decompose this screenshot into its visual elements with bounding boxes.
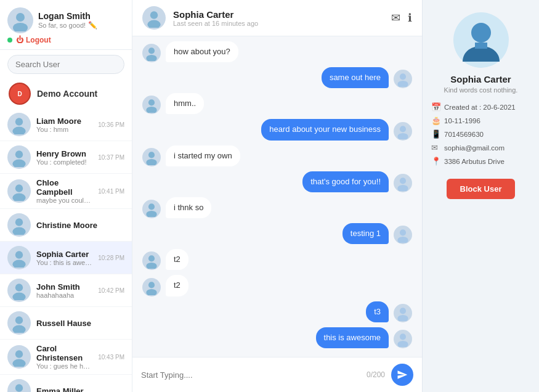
message-bubble: this is awesome	[316, 327, 389, 348]
svg-point-8	[15, 218, 23, 226]
svg-point-35	[146, 55, 156, 61]
sidebar: Logan Smith So far, so good! ✏️ ⏻ Logout…	[0, 0, 132, 392]
chat-list-item[interactable]: Emma Miller	[0, 375, 132, 392]
message-row: that's good for you!!	[142, 171, 412, 192]
chat-item-avatar	[7, 311, 31, 335]
chat-list-item[interactable]: Christine Moore	[0, 209, 132, 242]
svg-point-13	[12, 293, 25, 300]
svg-point-49	[397, 237, 408, 243]
chat-item-time: 10:43 PM	[98, 354, 124, 361]
svg-point-39	[146, 107, 156, 113]
message-bubble: that's good for you!!	[302, 171, 389, 192]
svg-point-4	[15, 150, 23, 158]
message-avatar	[394, 226, 412, 244]
chat-item-name: Emma Miller	[36, 386, 124, 393]
message-bubble: t2	[166, 249, 188, 270]
chat-item-name: Liam Moore	[36, 116, 92, 126]
chat-list-item[interactable]: John Smith haahahaaha 10:42 PM	[0, 274, 132, 307]
message-bubble: hmm..	[166, 93, 204, 114]
profile-phone: 📱 7014569630	[431, 129, 530, 139]
message-avatar	[142, 278, 161, 296]
message-row: testing 1	[142, 223, 412, 244]
chat-header-avatar	[142, 6, 166, 30]
chat-item-name: Carol Christensen	[36, 344, 92, 362]
online-dot	[7, 38, 12, 43]
chat-list-item[interactable]: Henry Brown You : completed! 10:37 PM	[0, 141, 132, 174]
chat-list-item[interactable]: Chloe Campbell maybe you could join... 1…	[0, 174, 132, 209]
message-input[interactable]	[141, 370, 360, 380]
demo-account-item[interactable]: D Demo Account	[0, 79, 132, 108]
chat-item-preview: haahahaaha	[36, 292, 92, 299]
message-bubble: i thnk so	[166, 197, 211, 218]
search-input[interactable]	[7, 55, 124, 74]
block-user-button[interactable]: Block User	[447, 179, 516, 199]
svg-point-25	[147, 20, 160, 28]
info-icon[interactable]: ℹ	[408, 11, 412, 25]
chat-item-name: Henry Brown	[36, 149, 92, 158]
chat-list-item[interactable]: Carol Christensen You : gues he had a ..…	[0, 340, 132, 375]
svg-point-52	[148, 282, 155, 288]
chat-item-details: Carol Christensen You : gues he had a ..…	[36, 344, 92, 370]
message-bubble: t2	[166, 275, 188, 296]
chat-header-lastseen: Last seen at 16 minutes ago	[173, 20, 384, 27]
chat-item-name: Chloe Campbell	[36, 178, 92, 197]
message-avatar	[142, 200, 161, 218]
chat-item-avatar	[7, 279, 31, 302]
svg-point-3	[12, 127, 25, 134]
mail-icon[interactable]: ✉	[391, 11, 400, 25]
profile-dob: 🎂 10-11-1996	[431, 116, 530, 125]
logout-button[interactable]: ⏻ Logout	[7, 36, 124, 44]
chat-item-name: Sophia Carter	[36, 250, 92, 259]
svg-point-56	[400, 333, 406, 340]
svg-point-57	[397, 341, 408, 347]
user-avatar	[7, 7, 33, 33]
chat-item-details: Russell Hause	[36, 319, 124, 328]
message-row: heard about your new business	[142, 119, 412, 140]
svg-point-6	[15, 184, 23, 192]
message-row: i started my own	[142, 145, 412, 166]
chat-item-preview: maybe you could join...	[36, 197, 92, 204]
chat-item-details: John Smith haahahaaha	[36, 282, 92, 299]
chat-header-name: Sophia Carter	[173, 9, 384, 20]
phone-icon: 📱	[431, 129, 441, 139]
chat-list: Liam Moore You : hmm 10:36 PM Henry Brow…	[0, 108, 132, 392]
message-avatar	[394, 70, 412, 88]
message-avatar	[394, 174, 412, 192]
message-bubble: same out here	[322, 67, 389, 88]
chat-input-area: 0/200	[132, 357, 422, 392]
profile-email: ✉ sophia@gmail.com	[431, 143, 530, 152]
chat-list-item[interactable]: Russell Hause	[0, 307, 132, 340]
svg-point-36	[400, 73, 406, 80]
svg-point-17	[12, 359, 25, 367]
svg-point-0	[16, 13, 25, 22]
chat-list-item[interactable]: Liam Moore You : hmm 10:36 PM	[0, 108, 132, 141]
chat-item-details: Henry Brown You : completed!	[36, 149, 92, 166]
chat-item-avatar	[7, 113, 31, 136]
message-avatar	[142, 96, 161, 114]
message-bubble: i started my own	[166, 145, 240, 166]
send-button[interactable]	[391, 364, 413, 386]
message-avatar	[142, 148, 161, 166]
user-name: Logan Smith	[38, 11, 124, 21]
demo-account-label: Demo Account	[37, 89, 97, 99]
chat-list-item[interactable]: Sophia Carter You : this is aweso... 10:…	[0, 242, 132, 274]
chat-item-time: 10:41 PM	[98, 188, 124, 195]
message-row: t2	[142, 249, 412, 270]
svg-point-5	[12, 160, 25, 167]
svg-point-54	[400, 308, 406, 314]
chat-item-preview: You : this is aweso...	[36, 259, 92, 266]
svg-point-51	[146, 263, 156, 269]
svg-point-14	[15, 316, 23, 324]
birthday-icon: 🎂	[431, 116, 441, 125]
profile-quote: Kind words cost nothing.	[444, 86, 518, 94]
profile-address: 📍 3386 Arbutus Drive	[431, 157, 530, 166]
header-icons: ✉ ℹ	[391, 11, 412, 25]
edit-icon[interactable]: ✏️	[88, 21, 97, 30]
svg-point-41	[397, 133, 408, 139]
svg-point-7	[12, 194, 25, 201]
message-row: this is awesome	[142, 327, 412, 348]
svg-point-58	[471, 23, 491, 43]
profile-display-name: Sophia Carter	[450, 74, 511, 84]
chat-item-avatar	[7, 179, 31, 203]
chat-item-time: 10:42 PM	[98, 287, 124, 294]
